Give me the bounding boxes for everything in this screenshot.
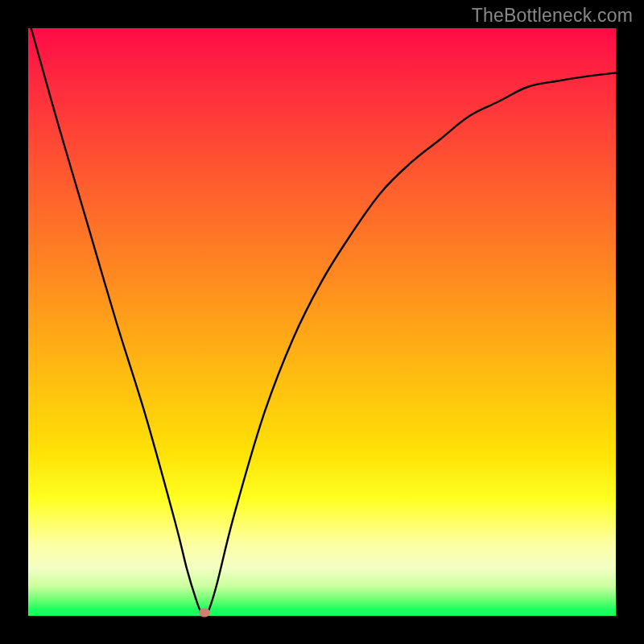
plot-area bbox=[28, 28, 616, 616]
bottleneck-curve bbox=[28, 28, 616, 616]
optimal-point-marker bbox=[199, 609, 210, 617]
chart-frame: TheBottleneck.com bbox=[0, 0, 644, 644]
watermark-text: TheBottleneck.com bbox=[472, 5, 633, 27]
